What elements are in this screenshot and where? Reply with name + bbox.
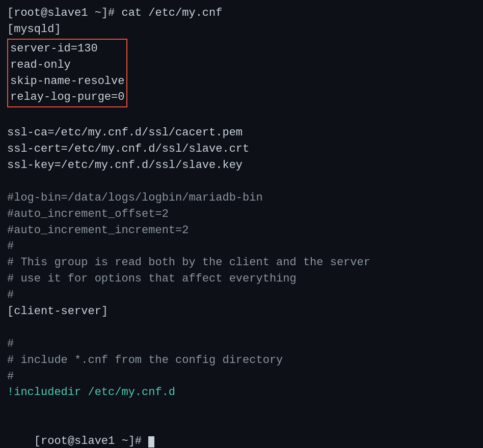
client-server-section: [client-server] xyxy=(7,303,476,320)
highlighted-config-block: server-id=130 read-only skip-name-resolv… xyxy=(7,39,127,108)
comment-auto-increment: #auto_increment_increment=2 xyxy=(7,222,476,239)
comment-thisgroup: # This group is read both by the client … xyxy=(7,255,476,271)
comment-auto-offset: #auto_increment_offset=2 xyxy=(7,206,476,222)
includedir-line: !includedir /etc/my.cnf.d xyxy=(7,384,476,401)
blank-line-1 xyxy=(7,108,476,125)
comment-hash-1: # xyxy=(7,238,476,255)
server-id-line: server-id=130 xyxy=(10,41,124,57)
comment-useit: # use it for options that affect everyth… xyxy=(7,271,476,287)
ssl-cert-line: ssl-cert=/etc/my.cnf.d/ssl/slave.crt xyxy=(7,141,476,157)
ssl-key-line: ssl-key=/etc/my.cnf.d/ssl/slave.key xyxy=(7,157,476,174)
prompt-text: [root@slave1 ~]# xyxy=(34,435,148,447)
blank-line-3 xyxy=(7,320,476,336)
blank-line-2 xyxy=(7,174,476,190)
terminal-window: [root@slave1 ~]# cat /etc/my.cnf [mysqld… xyxy=(0,0,483,448)
command-line: [root@slave1 ~]# cat /etc/my.cnf xyxy=(7,5,476,21)
comment-logbin: #log-bin=/data/logs/logbin/mariadb-bin xyxy=(7,190,476,206)
comment-hash-3: # xyxy=(7,336,476,352)
final-prompt: [root@slave1 ~]# xyxy=(7,417,476,448)
comment-include-cnf: # include *.cnf from the config director… xyxy=(7,352,476,369)
ssl-ca-line: ssl-ca=/etc/my.cnf.d/ssl/cacert.pem xyxy=(7,125,476,141)
cursor-block xyxy=(148,436,154,447)
relay-log-purge-line: relay-log-purge=0 xyxy=(10,89,124,105)
comment-hash-2: # xyxy=(7,287,476,303)
blank-line-4 xyxy=(7,401,476,417)
comment-hash-4: # xyxy=(7,369,476,385)
mysqld-section-header: [mysqld] xyxy=(7,21,476,38)
skip-name-resolve-line: skip-name-resolve xyxy=(10,73,124,90)
read-only-line: read-only xyxy=(10,57,124,73)
